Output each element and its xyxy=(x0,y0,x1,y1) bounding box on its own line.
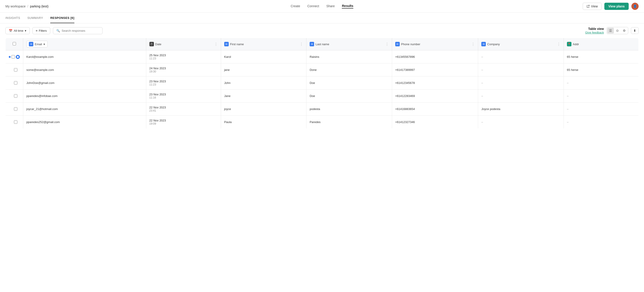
view-plans-button[interactable]: View plans xyxy=(604,3,629,10)
table-view-text: Table view xyxy=(585,27,604,31)
row-phone: +61412345678 xyxy=(392,76,478,90)
circle-icon: ⊙ xyxy=(616,29,619,32)
tab-responses[interactable]: RESPONSES [6] xyxy=(50,12,74,23)
nav-share[interactable]: Share xyxy=(326,4,334,8)
toolbar-right: Table view Give feedback ☰ ⊙ ⚙ ⬇ xyxy=(585,27,638,34)
row-address: – xyxy=(564,90,638,103)
nav-results[interactable]: Results xyxy=(342,4,353,8)
view-toggle: ☰ ⊙ ⚙ xyxy=(606,27,628,34)
new-response-dot xyxy=(9,56,10,58)
date-col-label: Date xyxy=(155,42,161,46)
project-label[interactable]: parking (test) xyxy=(30,4,48,8)
table-row: JohnDoe@gmail.com23 Nov 202311:23JohnDoe… xyxy=(6,76,638,90)
settings-view-button[interactable]: ⚙ xyxy=(621,28,628,33)
row-email: Karol@example.com xyxy=(23,50,146,63)
row-address: – xyxy=(564,116,638,129)
search-icon: 🔍 xyxy=(56,29,60,32)
tab-insights[interactable]: INSIGHTS xyxy=(6,12,20,23)
row-checkbox[interactable] xyxy=(14,107,17,111)
filters-label: Filters xyxy=(39,29,47,32)
phone-col-icon: ✉ xyxy=(395,42,400,46)
nav-connect[interactable]: Connect xyxy=(307,4,319,8)
row-checkbox[interactable] xyxy=(14,120,17,124)
breadcrumb: My workspace / parking (test) xyxy=(6,4,164,8)
row-phone: +61412327346 xyxy=(392,116,478,129)
download-icon: ⬇ xyxy=(634,29,636,32)
firstname-col-label: First name xyxy=(230,42,244,46)
row-checkbox[interactable] xyxy=(12,55,15,58)
row-email: joycar_21@hotmail.com xyxy=(23,103,146,116)
workspace-label[interactable]: My workspace xyxy=(6,4,26,8)
date-col-menu[interactable]: ⋮ xyxy=(214,42,218,46)
address-col-icon: 📍 xyxy=(567,42,572,46)
th-address: 📍 Addr xyxy=(564,38,638,50)
row-phone: +61345567896 xyxy=(392,50,478,63)
email-select-box[interactable]: ✉ Email ▾ xyxy=(26,41,48,47)
row-address: – xyxy=(564,103,638,116)
row-checkbox[interactable] xyxy=(14,81,17,85)
th-date: ⏱ Date ⋮ xyxy=(146,38,221,50)
select-all-checkbox[interactable] xyxy=(12,42,16,45)
th-select-all[interactable] xyxy=(6,38,23,50)
filters-button[interactable]: ≡ Filters xyxy=(32,27,50,34)
row-radio[interactable] xyxy=(16,55,20,59)
nav-create[interactable]: Create xyxy=(291,4,300,8)
row-company: – xyxy=(478,63,564,76)
avatar[interactable]: 👤 xyxy=(632,3,638,10)
row-lastname: Paredes xyxy=(306,116,392,129)
lastname-col-menu[interactable]: ⋮ xyxy=(385,42,389,46)
table-view-label: Table view Give feedback xyxy=(585,27,604,34)
list-icon: ☰ xyxy=(609,29,612,32)
firstname-col-menu[interactable]: ⋮ xyxy=(300,42,303,46)
table-row: joycar_21@hotmail.com22 Nov 202323:41joy… xyxy=(6,103,638,116)
row-lastname: Doe xyxy=(306,76,392,90)
tab-summary[interactable]: SUMMARY xyxy=(27,12,43,23)
email-header-inner: ✉ Email ▾ xyxy=(26,41,143,47)
give-feedback-link[interactable]: Give feedback xyxy=(585,31,604,34)
grid-view-button[interactable]: ⊙ xyxy=(614,28,620,33)
table-row: pparedes@infobae.com23 Nov 202311:16Jane… xyxy=(6,90,638,103)
lastname-col-icon: ✉ xyxy=(310,42,314,46)
company-col-label: Company xyxy=(487,42,500,46)
row-phone: +61412283469 xyxy=(392,90,478,103)
row-address: 65 herse xyxy=(564,63,638,76)
search-box[interactable]: 🔍 xyxy=(53,27,102,34)
row-lastname: Raisins xyxy=(306,50,392,63)
tabs-bar: INSIGHTS SUMMARY RESPONSES [6] xyxy=(0,12,644,23)
gear-icon: ⚙ xyxy=(623,29,626,32)
table-container: ✉ Email ▾ ⏱ Date ⋮ ✉ xyxy=(0,38,644,134)
row-company: Joyce podesta xyxy=(478,103,564,116)
row-firstname: Karol xyxy=(221,50,306,63)
th-company: ✉ Company ⋮ xyxy=(478,38,564,50)
nav-actions: View View plans 👤 xyxy=(480,3,639,10)
responses-table: ✉ Email ▾ ⏱ Date ⋮ ✉ xyxy=(6,38,638,129)
row-date: 22 Nov 202319:09 xyxy=(146,116,221,129)
phone-col-menu[interactable]: ⋮ xyxy=(472,42,475,46)
row-date: 23 Nov 202311:16 xyxy=(146,90,221,103)
email-col-icon: ✉ xyxy=(29,42,33,46)
email-col-label: Email xyxy=(35,42,42,46)
view-button[interactable]: View xyxy=(583,3,602,10)
table-header-row: ✉ Email ▾ ⏱ Date ⋮ ✉ xyxy=(6,38,638,50)
row-checkbox-cell xyxy=(6,50,23,63)
row-checkbox-cell xyxy=(6,76,23,90)
row-company: – xyxy=(478,90,564,103)
phone-col-label: Phone number xyxy=(401,42,420,46)
row-firstname: Paula xyxy=(221,116,306,129)
row-checkbox-cell xyxy=(6,103,23,116)
list-view-button[interactable]: ☰ xyxy=(607,28,614,33)
row-checkbox[interactable] xyxy=(14,68,17,72)
row-checkbox[interactable] xyxy=(14,94,17,98)
search-input[interactable] xyxy=(62,29,99,32)
company-col-menu[interactable]: ⋮ xyxy=(557,42,560,46)
row-firstname: jane xyxy=(221,63,306,76)
download-button[interactable]: ⬇ xyxy=(631,27,638,34)
alltime-button[interactable]: 📅 All time ▾ xyxy=(6,27,30,34)
lastname-col-label: Last name xyxy=(316,42,329,46)
row-phone: +61417389997 xyxy=(392,63,478,76)
view-button-label: View xyxy=(591,4,598,8)
row-date: 25 Nov 202311:23 xyxy=(146,50,221,63)
row-firstname: joyce xyxy=(221,103,306,116)
row-date: 22 Nov 202323:41 xyxy=(146,103,221,116)
row-lastname: Done xyxy=(306,63,392,76)
